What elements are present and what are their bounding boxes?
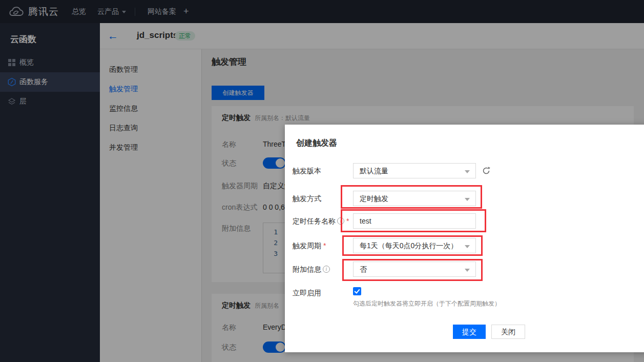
chevron-down-icon [465, 245, 470, 248]
enable-now-note: 勾选后定时触发器将立即开启（于下个配置周期触发） [353, 299, 501, 308]
trigger-version-value: 默认流量 [360, 167, 388, 175]
required-asterisk: * [323, 238, 326, 253]
trigger-period-label: 触发周期* [293, 238, 326, 253]
trigger-version-select[interactable]: 默认流量 [353, 163, 476, 178]
enable-now-label: 立即启用 [293, 285, 321, 300]
required-asterisk: * [346, 213, 349, 229]
trigger-method-value: 定时触发 [360, 194, 388, 203]
info-icon: i [337, 217, 344, 225]
extra-info-select[interactable]: 否 [353, 262, 476, 277]
chevron-down-icon [465, 198, 470, 201]
info-icon: i [323, 266, 330, 273]
trigger-method-select[interactable]: 定时触发 [353, 191, 476, 206]
task-name-input[interactable]: test [353, 213, 476, 229]
modal-title: 创建触发器 [296, 138, 337, 149]
close-button[interactable]: 关闭 [491, 325, 525, 339]
trigger-version-label: 触发版本 [293, 163, 321, 178]
trigger-period-value: 每1天（每天0点0分执行一次） [360, 242, 458, 250]
trigger-period-select[interactable]: 每1天（每天0点0分执行一次） [353, 238, 476, 253]
chevron-down-icon [465, 269, 470, 272]
refresh-icon[interactable] [482, 166, 491, 175]
chevron-down-icon [465, 170, 470, 173]
extra-info-value: 否 [360, 265, 367, 273]
submit-button[interactable]: 提交 [453, 325, 486, 339]
extra-info-label: 附加信息i [293, 262, 330, 277]
task-name-value: test [360, 217, 371, 225]
task-name-label: 定时任务名称i* [293, 213, 349, 229]
enable-now-checkbox[interactable] [353, 287, 361, 295]
trigger-method-label: 触发方式 [293, 191, 321, 206]
create-trigger-modal: 创建触发器 触发版本 默认流量 触发方式 定时触发 定时任务名称i* test … [285, 125, 644, 352]
